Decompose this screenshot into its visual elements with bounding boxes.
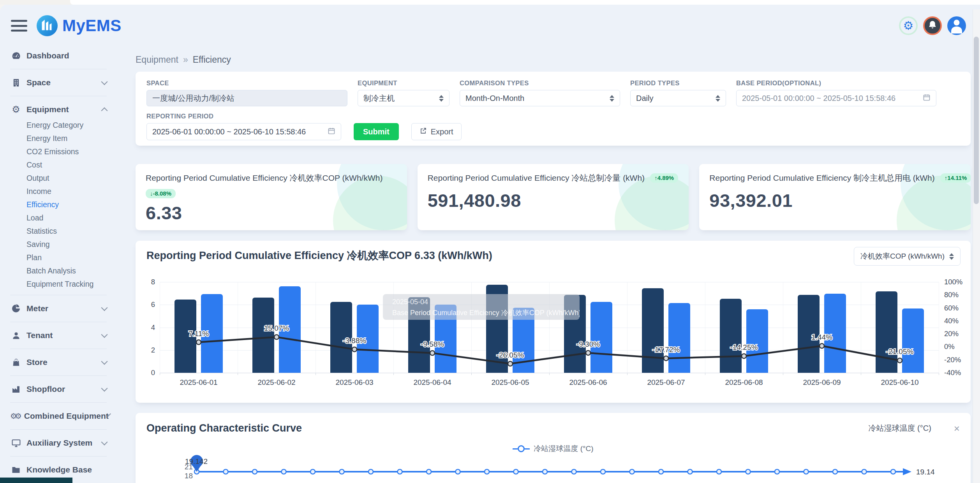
sidebar-item-energy-item[interactable]: Energy Item	[0, 132, 117, 145]
close-icon[interactable]: ×	[954, 423, 960, 434]
gridline	[160, 328, 939, 328]
sidebar-item-equipment-tracking[interactable]: Equipment Tracking	[0, 277, 117, 291]
settings-button[interactable]: ⚙	[899, 16, 918, 35]
breadcrumb-parent[interactable]: Equipment	[136, 55, 178, 65]
y-axis-tick-label: 4	[139, 323, 155, 332]
kpi-cards-row: Reporting Period Cumulative Efficiency 冷…	[136, 164, 971, 230]
sidebar-item-tenant[interactable]: Tenant	[0, 326, 117, 344]
bell-icon	[927, 20, 938, 32]
sidebar-item-combined-equipment[interactable]: ⚙⚙Combined Equipment	[0, 407, 117, 425]
brand-name: MyEMS	[62, 16, 122, 35]
chevron-down-icon	[101, 79, 108, 85]
sidebar-item-shopfloor[interactable]: Shopfloor	[0, 380, 117, 398]
equipment-select[interactable]: 制冷主机	[358, 90, 449, 106]
kpi-value: 6.33	[146, 202, 397, 224]
reporting-period-input[interactable]: 2025-06-01 00:00:00 ~ 2025-06-10 15:58:4…	[146, 123, 341, 140]
person-icon	[10, 331, 22, 340]
sidebar-item-store[interactable]: Store	[0, 353, 117, 371]
trend-down-icon: ↓	[150, 190, 153, 197]
sidebar-item-knowledge-base[interactable]: Knowledge Base	[0, 461, 117, 479]
trend-badge: ↑14.11%	[940, 173, 971, 183]
sidebar-item-statistics[interactable]: Statistics	[0, 224, 117, 238]
sidebar-item-co2-emissions[interactable]: CO2 Emissions	[0, 145, 117, 158]
sidebar-item-cost[interactable]: Cost	[0, 158, 117, 171]
base-period-input[interactable]: 2025-05-01 00:00:00 ~ 2025-05-10 15:58:4…	[736, 90, 936, 106]
select-arrows-icon	[439, 95, 444, 102]
export-button[interactable]: Export	[411, 123, 462, 140]
x-axis-label: 2025-06-01	[167, 378, 230, 387]
chevron-up-icon	[101, 108, 108, 114]
curve-metric-label: 冷站湿球温度 (°C)	[868, 423, 931, 434]
period-types-select[interactable]: Daily	[630, 90, 726, 106]
svg-text:18: 18	[185, 472, 193, 480]
gridline	[939, 282, 939, 373]
reporting-period-bar	[279, 286, 301, 373]
chart-tooltip: 2025-05-04 Base Period Cumulative Effici…	[383, 294, 580, 320]
sidebar-item-batch-analysis[interactable]: Batch Analysis	[0, 264, 117, 277]
sidebar-item-label: Dashboard	[26, 51, 69, 60]
browser-top-band-right	[70, 0, 980, 5]
sidebar-item-dashboard[interactable]: Dashboard	[0, 47, 117, 65]
chart-plot-area[interactable]: 02468100%80%60%40%20%0%-20%-40%2025-06-0…	[136, 241, 971, 403]
reporting-period-bar	[357, 305, 379, 373]
tooltip-date: 2025-05-04	[392, 298, 570, 306]
sidebar-item-label: Equipment	[26, 105, 69, 114]
chevron-down-icon	[101, 385, 108, 392]
space-label: SPACE	[146, 79, 347, 87]
screen: MyEMS ⚙	[0, 0, 980, 483]
sidebar-divider	[10, 295, 107, 295]
curve-legend[interactable]: 冷站湿球温度 (°C)	[146, 444, 960, 454]
sidebar-item-plan[interactable]: Plan	[0, 251, 117, 264]
x-axis-label: 2025-06-10	[869, 378, 931, 387]
y2-axis-tick-label: 60%	[944, 304, 959, 312]
x-axis-label: 2025-06-03	[323, 378, 386, 387]
kpi-value: 591,480.98	[428, 190, 679, 211]
x-axis-label: 2025-06-04	[401, 378, 464, 387]
chart-metric-select[interactable]: 冷机效率COP (kWh/kWh)	[854, 247, 961, 266]
reporting-period-bar	[668, 303, 690, 373]
user-avatar[interactable]	[947, 16, 966, 35]
curve-end-value-label: 19.14	[916, 468, 935, 476]
brand-logo[interactable]: MyEMS	[37, 15, 122, 36]
curve-title: Operating Characteristic Curve	[146, 422, 302, 434]
sidebar-divider	[10, 456, 107, 457]
sidebar-item-meter[interactable]: Meter	[0, 300, 117, 317]
sidebar-item-equipment[interactable]: ⚙Equipment	[0, 100, 117, 118]
notifications-button[interactable]	[923, 16, 942, 35]
sidebar-item-load[interactable]: Load	[0, 211, 117, 224]
sidebar-divider	[10, 322, 107, 322]
y-axis-tick-label: 0	[139, 368, 155, 377]
reporting-period-bar	[746, 309, 768, 373]
sidebar-item-saving[interactable]: Saving	[0, 238, 117, 251]
y2-axis-tick-label: 100%	[944, 278, 962, 286]
sidebar-item-label: Combined Equipment	[24, 411, 109, 421]
chevron-down-icon	[101, 331, 108, 338]
top-navbar: MyEMS ⚙	[0, 5, 973, 47]
space-input[interactable]: 一度城/公用动力/制冷站	[146, 90, 347, 106]
y2-axis-tick-label: 0%	[944, 342, 955, 351]
x-axis-tick	[393, 373, 394, 375]
comparison-types-select[interactable]: Month-On-Month	[460, 90, 620, 106]
x-axis-tick	[939, 373, 939, 375]
sidebar-item-space[interactable]: Space	[0, 74, 117, 92]
curve-plot[interactable]: 211819.14219.14	[136, 453, 971, 483]
sidebar-item-output[interactable]: Output	[0, 171, 117, 185]
menu-icon[interactable]	[11, 20, 27, 32]
sidebar-item-income[interactable]: Income	[0, 185, 117, 198]
calendar-icon	[923, 93, 931, 103]
sidebar-item-auxiliary-system[interactable]: Auxiliary System	[0, 434, 117, 452]
user-icon	[948, 16, 965, 35]
base-period-bar	[642, 288, 664, 373]
scrollbar-thumb[interactable]	[974, 37, 979, 204]
trend-badge: ↑4.89%	[650, 173, 678, 183]
submit-button[interactable]: Submit	[354, 123, 399, 140]
sidebar-item-efficiency[interactable]: Efficiency	[0, 198, 117, 211]
gridline	[160, 282, 939, 282]
chevron-down-icon	[101, 305, 108, 311]
sidebar-item-energy-category[interactable]: Energy Category	[0, 118, 117, 132]
calendar-icon	[328, 127, 335, 137]
tooltip-row: Base Period Cumulative Efficiency 冷机效率CO…	[392, 308, 570, 317]
kpi-title-row: Reporting Period Cumulative Efficiency 冷…	[146, 173, 397, 183]
browser-status-strip	[0, 478, 72, 483]
kpi-card: Reporting Period Cumulative Efficiency 冷…	[136, 164, 407, 230]
